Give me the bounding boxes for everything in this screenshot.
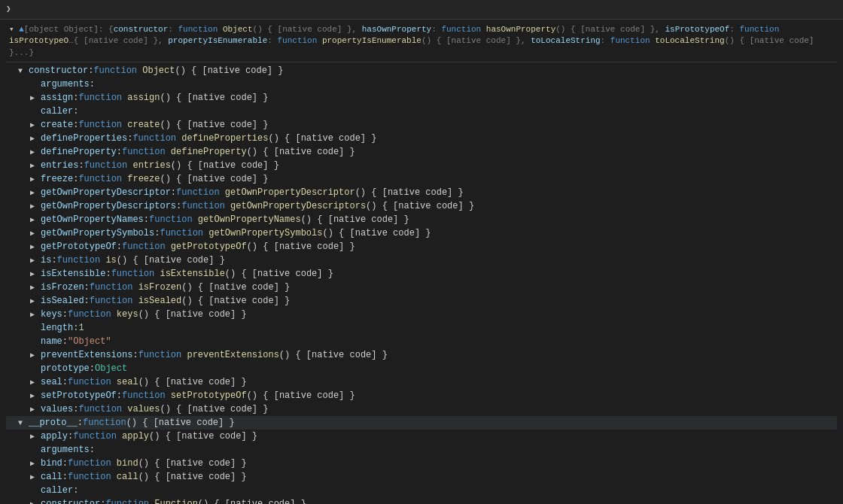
tree-toggle[interactable]: ▶ bbox=[30, 390, 39, 402]
colon: : bbox=[73, 402, 78, 416]
tree-toggle[interactable]: ▶ bbox=[30, 282, 39, 293]
colon: : bbox=[100, 497, 105, 504]
property-value: function getPrototypeOf() { [native code… bbox=[122, 240, 355, 254]
tree-line: ▶ assign: function assign() { [native co… bbox=[6, 91, 837, 105]
colon: : bbox=[117, 145, 122, 159]
colon: : bbox=[88, 64, 93, 77]
tree-toggle[interactable]: ▶ bbox=[30, 404, 39, 415]
property-value: function is() { [native code] } bbox=[57, 254, 225, 267]
tree-line: ▶ apply: function apply() { [native code… bbox=[6, 430, 837, 443]
property-value: function apply() { [native code] } bbox=[73, 430, 257, 443]
property-key: getPrototypeOf bbox=[41, 240, 117, 254]
tree-line: ▶ preventExtensions: function preventExt… bbox=[6, 348, 837, 362]
tree-toggle[interactable]: ▶ bbox=[30, 255, 39, 266]
property-value: function() { [native code] } bbox=[83, 416, 235, 430]
tree-line: ▶ getOwnPropertySymbols: function getOwn… bbox=[6, 226, 837, 240]
property-key: call bbox=[41, 470, 62, 484]
colon: : bbox=[84, 294, 90, 308]
property-value: function isFrozen() { [native code] } bbox=[90, 281, 290, 294]
property-value: function setPrototypeOf() { [native code… bbox=[122, 389, 355, 402]
tree-toggle[interactable]: ▶ bbox=[30, 120, 39, 131]
property-value: function Object() { [native code] } bbox=[93, 64, 283, 77]
tree-line: ▶ getOwnPropertyNames: function getOwnPr… bbox=[6, 213, 837, 226]
property-value: function isExtensible() { [native code] … bbox=[111, 267, 333, 281]
property-key: caller bbox=[41, 105, 73, 118]
property-key: assign bbox=[41, 91, 73, 105]
tree-toggle[interactable]: ▶ bbox=[30, 93, 39, 104]
tree-toggle[interactable]: ▶ bbox=[30, 458, 39, 469]
tree-toggle[interactable]: ▶ bbox=[30, 472, 39, 483]
tree-line: caller: bbox=[6, 484, 837, 497]
object-tree: ▼ constructor: function Object() { [nati… bbox=[6, 64, 837, 504]
property-value: function bind() { [native code] } bbox=[68, 457, 247, 470]
property-key: __proto__ bbox=[29, 416, 78, 430]
tree-toggle[interactable]: ▶ bbox=[30, 350, 39, 361]
property-key: length bbox=[41, 321, 73, 335]
property-value: function call() { [native code] } bbox=[68, 470, 247, 484]
property-key: name bbox=[41, 335, 62, 348]
property-key: getOwnPropertyNames bbox=[41, 213, 144, 226]
property-key: isExtensible bbox=[41, 267, 105, 281]
tree-toggle[interactable]: ▶ bbox=[30, 499, 39, 504]
property-value: function defineProperties() { [native co… bbox=[132, 132, 376, 145]
tree-toggle[interactable]: ▶ bbox=[30, 187, 39, 199]
tree-toggle[interactable]: ▶ bbox=[30, 296, 39, 307]
tree-line: ▶ keys: function keys() { [native code] … bbox=[6, 308, 837, 321]
tree-toggle[interactable]: ▶ bbox=[30, 133, 39, 144]
property-value: function preventExtensions() { [native c… bbox=[138, 348, 388, 362]
tree-toggle[interactable]: ▶ bbox=[30, 147, 39, 158]
tree-toggle[interactable]: ▶ bbox=[30, 309, 39, 320]
property-key: caller bbox=[41, 484, 73, 497]
tree-line: ▶ constructor: function Function() { [na… bbox=[6, 497, 837, 504]
colon: : bbox=[117, 389, 122, 402]
property-value: function getOwnPropertyDescriptor() { [n… bbox=[176, 186, 464, 199]
colon: : bbox=[154, 226, 160, 240]
property-key: defineProperty bbox=[41, 145, 117, 159]
content-area: ▾ ▲[object Object]: {constructor: functi… bbox=[0, 20, 843, 504]
summary-toggle[interactable]: ▾ bbox=[9, 25, 19, 34]
property-key: keys bbox=[41, 308, 62, 321]
tree-line: ▶ seal: function seal() { [native code] … bbox=[6, 375, 837, 389]
colon: : bbox=[62, 457, 68, 470]
property-value: "Object" bbox=[68, 335, 111, 348]
property-value: function Function() { [native code] } bbox=[105, 497, 306, 504]
tree-toggle[interactable]: ▶ bbox=[30, 269, 39, 280]
colon: : bbox=[62, 335, 68, 348]
property-key: isFrozen bbox=[41, 281, 84, 294]
tree-toggle[interactable]: ▶ bbox=[30, 201, 39, 212]
colon: : bbox=[90, 77, 95, 91]
tree-toggle[interactable]: ▶ bbox=[30, 174, 39, 185]
breadcrumb-arrow: ❯ bbox=[6, 3, 11, 16]
property-key: isSealed bbox=[41, 294, 84, 308]
tree-toggle[interactable]: ▼ bbox=[18, 65, 27, 77]
colon: : bbox=[90, 362, 95, 375]
property-value: function defineProperty() { [native code… bbox=[122, 145, 355, 159]
tree-line: arguments: bbox=[6, 77, 837, 91]
property-key: preventExtensions bbox=[41, 348, 132, 362]
tree-line: ▶ defineProperty: function definePropert… bbox=[6, 145, 837, 159]
property-value: function isSealed() { [native code] } bbox=[90, 294, 290, 308]
colon: : bbox=[62, 308, 68, 321]
tree-toggle[interactable]: ▼ bbox=[18, 417, 27, 429]
tree-toggle[interactable]: ▶ bbox=[30, 228, 39, 239]
colon: : bbox=[90, 443, 95, 457]
tree-line: ▼ constructor: function Object() { [nati… bbox=[6, 64, 837, 77]
property-key: prototype bbox=[41, 362, 90, 375]
property-key: create bbox=[41, 118, 73, 132]
tree-toggle[interactable]: ▶ bbox=[30, 214, 39, 226]
tree-toggle[interactable]: ▶ bbox=[30, 377, 39, 388]
property-value: function values() { [native code] } bbox=[78, 402, 268, 416]
tree-line: prototype: Object bbox=[6, 362, 837, 375]
tree-line: arguments: bbox=[6, 443, 837, 457]
tree-line: ▶ create: function create() { [native co… bbox=[6, 118, 837, 132]
property-value: function freeze() { [native code] } bbox=[78, 172, 268, 186]
tree-toggle[interactable]: ▶ bbox=[30, 160, 39, 172]
colon: : bbox=[78, 416, 83, 430]
property-value: function seal() { [native code] } bbox=[68, 375, 247, 389]
property-value-link[interactable]: Object bbox=[95, 362, 127, 375]
tree-toggle[interactable]: ▶ bbox=[30, 241, 39, 253]
tree-line: ▶ freeze: function freeze() { [native co… bbox=[6, 172, 837, 186]
tree-toggle[interactable]: ▶ bbox=[30, 431, 39, 442]
object-summary: ▾ ▲[object Object]: {constructor: functi… bbox=[6, 23, 837, 62]
colon: : bbox=[73, 118, 78, 132]
